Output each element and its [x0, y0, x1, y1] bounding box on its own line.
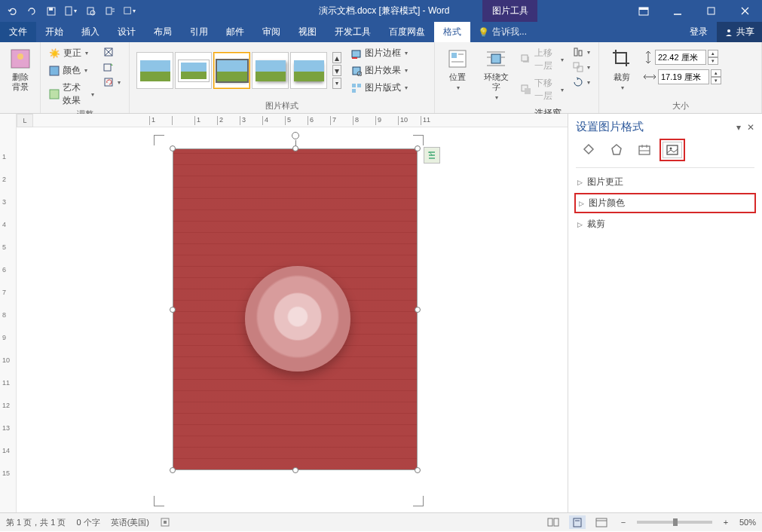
document-pane[interactable] — [17, 127, 568, 512]
svg-rect-52 — [554, 518, 558, 526]
picture-effects-button[interactable]: 图片效果▾ — [349, 63, 410, 78]
change-picture-button[interactable] — [101, 60, 123, 74]
bring-forward-button[interactable]: 上移一层▾ — [519, 45, 567, 74]
picture-style-2[interactable] — [175, 52, 212, 89]
tab-file[interactable]: 文件 — [0, 22, 36, 42]
tell-me-search[interactable]: 💡 告诉我... — [470, 22, 527, 42]
tab-design[interactable]: 设计 — [109, 22, 145, 42]
tab-format[interactable]: 格式 — [434, 22, 470, 42]
ribbon-display-icon[interactable] — [626, 0, 660, 22]
zoom-out-button[interactable]: − — [617, 518, 629, 527]
resize-handle-s[interactable] — [292, 467, 298, 473]
style-gallery-up[interactable]: ▴ — [332, 52, 341, 63]
width-down[interactable]: ▾ — [711, 77, 721, 84]
width-input[interactable] — [658, 69, 709, 84]
zoom-in-button[interactable]: + — [720, 518, 732, 527]
remove-background-button[interactable]: 删除背景 — [6, 45, 34, 93]
align-button[interactable]: ▾ — [571, 45, 592, 59]
maximize-button[interactable] — [694, 0, 728, 22]
new-doc-icon[interactable]: ▾ — [65, 5, 77, 17]
tab-view[interactable]: 视图 — [289, 22, 326, 42]
svg-rect-45 — [577, 66, 583, 72]
pane-tab-picture[interactable] — [659, 139, 685, 161]
height-up[interactable]: ▴ — [708, 50, 718, 57]
rotate-button[interactable]: ▾ — [571, 75, 592, 89]
reset-picture-button[interactable]: ▾ — [101, 75, 123, 89]
tab-developer[interactable]: 开发工具 — [326, 22, 380, 42]
svg-point-48 — [670, 148, 672, 150]
chevron-right-icon: ▷ — [577, 179, 583, 186]
redo-icon[interactable] — [26, 5, 38, 17]
pane-tab-effects[interactable] — [604, 139, 629, 161]
pane-tab-layout[interactable] — [632, 139, 657, 161]
selected-picture[interactable] — [173, 148, 418, 470]
compress-pictures-button[interactable] — [101, 45, 123, 59]
resize-handle-e[interactable] — [415, 307, 421, 313]
wrap-text-button[interactable]: 环绕文字▾ — [479, 45, 514, 104]
login-button[interactable]: 登录 — [681, 22, 717, 42]
picture-style-4[interactable] — [252, 52, 289, 89]
close-button[interactable] — [728, 0, 762, 22]
resize-handle-nw[interactable] — [170, 145, 176, 151]
tab-review[interactable]: 审阅 — [253, 22, 289, 42]
layout-options-button[interactable] — [424, 147, 440, 164]
corrections-button[interactable]: ☀️更正▾ — [47, 45, 96, 61]
pane-tab-fill[interactable] — [576, 139, 601, 161]
resize-handle-n[interactable] — [292, 145, 298, 151]
color-button[interactable]: 颜色▾ — [47, 63, 96, 78]
view-web-layout[interactable] — [593, 515, 610, 529]
tab-insert[interactable]: 插入 — [72, 22, 109, 42]
ribbon: 删除背景 ☀️更正▾ 颜色▾ 艺术效果▾ ▾ 调整 — [0, 42, 762, 114]
status-macro-icon[interactable] — [160, 517, 170, 527]
pane-section-color[interactable]: ▷图片颜色 — [574, 193, 756, 213]
picture-style-5[interactable] — [290, 52, 327, 89]
tab-baidu[interactable]: 百度网盘 — [380, 22, 434, 42]
color-icon — [49, 66, 60, 76]
position-button[interactable]: 位置▾ — [441, 45, 474, 94]
pane-section-crop[interactable]: ▷裁剪 — [568, 215, 762, 234]
width-up[interactable]: ▴ — [711, 69, 721, 77]
svg-rect-1 — [49, 8, 53, 11]
save-icon[interactable] — [45, 5, 57, 17]
tab-home[interactable]: 开始 — [36, 22, 72, 42]
tab-references[interactable]: 引用 — [181, 22, 217, 42]
pane-close-icon[interactable]: ✕ — [747, 122, 754, 133]
share-button[interactable]: 共享 — [717, 22, 762, 42]
picture-style-1[interactable] — [136, 52, 173, 89]
picture-layout-button[interactable]: 图片版式▾ — [349, 80, 410, 96]
group-button[interactable]: ▾ — [571, 60, 592, 74]
picture-border-button[interactable]: 图片边框▾ — [349, 45, 410, 61]
height-down[interactable]: ▾ — [708, 57, 718, 65]
zoom-slider[interactable] — [637, 521, 712, 524]
view-read-mode[interactable] — [545, 515, 562, 529]
style-gallery-down[interactable]: ▾ — [332, 65, 341, 76]
crop-button[interactable]: 裁剪▾ — [605, 45, 638, 94]
height-input[interactable] — [655, 50, 706, 65]
minimize-button[interactable] — [660, 0, 694, 22]
tab-layout[interactable]: 布局 — [145, 22, 181, 42]
send-backward-button[interactable]: 下移一层▾ — [519, 75, 567, 104]
zoom-level[interactable]: 50% — [739, 518, 756, 527]
resize-handle-ne[interactable] — [415, 145, 421, 151]
share-label: 共享 — [736, 26, 754, 38]
width-icon — [643, 72, 656, 82]
style-gallery-more[interactable]: ▾ — [332, 78, 341, 89]
picture-style-3[interactable] — [213, 52, 250, 89]
undo-icon[interactable] — [6, 5, 18, 17]
status-word-count[interactable]: 0 个字 — [76, 517, 99, 528]
qat-more-icon[interactable]: ▾ — [124, 5, 136, 17]
pane-section-corrections[interactable]: ▷图片更正 — [568, 173, 762, 191]
view-print-layout[interactable] — [569, 515, 586, 529]
resize-handle-se[interactable] — [415, 467, 421, 473]
status-language[interactable]: 英语(美国) — [111, 517, 149, 528]
resize-handle-w[interactable] — [170, 307, 176, 313]
artistic-effects-button[interactable]: 艺术效果▾ — [47, 80, 96, 109]
qat-extra-icon[interactable] — [104, 5, 116, 17]
tab-mailings[interactable]: 邮件 — [217, 22, 253, 42]
print-preview-icon[interactable] — [84, 5, 96, 17]
resize-handle-sw[interactable] — [170, 467, 176, 473]
rotate-handle[interactable] — [292, 132, 299, 139]
svg-rect-18 — [50, 90, 59, 99]
pane-menu-icon[interactable]: ▾ — [736, 122, 741, 133]
status-page[interactable]: 第 1 页，共 1 页 — [6, 517, 66, 528]
